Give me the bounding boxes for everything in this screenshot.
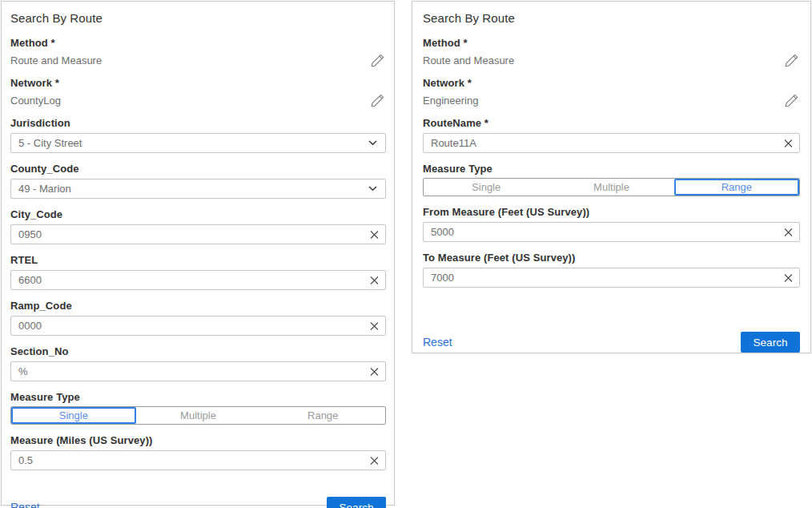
- ramp-code-input[interactable]: [10, 316, 386, 336]
- measure-label: Measure (Miles (US Survey)): [10, 434, 386, 446]
- route-name-clear-button[interactable]: [784, 139, 793, 147]
- ramp-code-clear-button[interactable]: [370, 321, 379, 330]
- to-measure-clear-button[interactable]: [784, 273, 793, 282]
- pencil-icon: [371, 94, 384, 107]
- network-value: CountyLog: [10, 95, 61, 107]
- city-code-label: City_Code: [10, 208, 386, 220]
- measure-type-segmented-control: Single Multiple Range: [10, 406, 386, 425]
- route-name-field-wrap: [423, 133, 800, 153]
- jurisdiction-select[interactable]: 5 - City Street: [10, 133, 386, 153]
- from-measure-label: From Measure (Feet (US Survey)): [423, 206, 800, 218]
- x-icon: [784, 139, 793, 147]
- rtel-clear-button[interactable]: [370, 276, 379, 284]
- search-button[interactable]: Search: [327, 497, 386, 508]
- method-label: Method *: [10, 37, 386, 49]
- rtel-label: RTEL: [10, 254, 386, 266]
- section-no-label: Section_No: [10, 345, 386, 357]
- x-icon: [370, 230, 379, 239]
- county-code-label: County_Code: [10, 163, 386, 175]
- method-value: Route and Measure: [10, 54, 102, 67]
- chevron-down-icon: [368, 186, 377, 192]
- x-icon: [370, 321, 379, 330]
- rtel-input[interactable]: [10, 270, 386, 290]
- network-edit-button[interactable]: [785, 94, 800, 107]
- pencil-icon: [371, 54, 384, 67]
- to-measure-label: To Measure (Feet (US Survey)): [423, 252, 800, 264]
- page-title: Search By Route: [10, 11, 386, 25]
- city-code-clear-button[interactable]: [370, 230, 379, 239]
- segment-range[interactable]: Range: [674, 179, 799, 196]
- section-no-input[interactable]: [10, 361, 386, 381]
- jurisdiction-selected-value: 5 - City Street: [18, 137, 82, 149]
- network-value-row: CountyLog: [10, 93, 386, 107]
- ramp-code-field-wrap: [10, 316, 386, 336]
- reset-link[interactable]: Reset: [10, 501, 40, 508]
- to-measure-field-wrap: [423, 268, 800, 288]
- pencil-icon: [785, 54, 798, 67]
- reset-link[interactable]: Reset: [423, 336, 452, 349]
- jurisdiction-label: Jurisdiction: [10, 117, 386, 129]
- to-measure-input[interactable]: [423, 268, 800, 288]
- chevron-down-icon: [368, 140, 377, 146]
- from-measure-field-wrap: [423, 222, 800, 242]
- section-no-clear-button[interactable]: [370, 367, 379, 376]
- search-button[interactable]: Search: [741, 332, 800, 353]
- measure-type-label: Measure Type: [10, 391, 386, 403]
- x-icon: [784, 273, 793, 282]
- measure-clear-button[interactable]: [370, 456, 379, 465]
- measure-type-segmented-control: Single Multiple Range: [423, 178, 800, 196]
- method-label: Method *: [423, 37, 800, 49]
- measure-input[interactable]: [10, 450, 386, 470]
- county-code-selected-value: 49 - Marion: [18, 183, 71, 195]
- segment-range[interactable]: Range: [260, 407, 385, 424]
- footer: Reset Search: [10, 497, 386, 508]
- from-measure-input[interactable]: [423, 222, 800, 242]
- segment-multiple[interactable]: Multiple: [136, 407, 261, 424]
- network-label: Network *: [10, 77, 386, 89]
- county-code-select[interactable]: 49 - Marion: [10, 179, 386, 199]
- city-code-field-wrap: [10, 224, 386, 244]
- rtel-field-wrap: [10, 270, 386, 290]
- page-title: Search By Route: [423, 11, 800, 25]
- route-name-label: RouteName *: [423, 117, 800, 129]
- search-by-route-panel-right: Search By Route Method * Route and Measu…: [412, 1, 811, 353]
- measure-type-label: Measure Type: [423, 163, 800, 175]
- network-label: Network *: [423, 77, 800, 89]
- network-edit-button[interactable]: [371, 94, 386, 107]
- from-measure-clear-button[interactable]: [784, 228, 793, 236]
- method-value-row: Route and Measure: [10, 53, 386, 67]
- ramp-code-label: Ramp_Code: [10, 300, 386, 312]
- segment-single[interactable]: Single: [11, 407, 136, 424]
- x-icon: [370, 456, 379, 465]
- segment-single[interactable]: Single: [424, 179, 549, 196]
- section-no-field-wrap: [10, 361, 386, 381]
- network-value-row: Engineering: [423, 93, 800, 107]
- method-value: Route and Measure: [423, 54, 514, 67]
- method-edit-button[interactable]: [371, 54, 386, 67]
- pencil-icon: [785, 94, 798, 107]
- search-by-route-panel-left: Search By Route Method * Route and Measu…: [1, 1, 395, 506]
- network-value: Engineering: [423, 95, 478, 107]
- footer: Reset Search: [423, 332, 800, 353]
- method-edit-button[interactable]: [785, 54, 800, 67]
- segment-multiple[interactable]: Multiple: [549, 179, 673, 196]
- x-icon: [784, 228, 793, 236]
- route-name-input[interactable]: [423, 133, 800, 153]
- method-value-row: Route and Measure: [423, 53, 800, 67]
- x-icon: [370, 367, 379, 376]
- x-icon: [370, 276, 379, 284]
- city-code-input[interactable]: [10, 224, 386, 244]
- measure-field-wrap: [10, 450, 386, 470]
